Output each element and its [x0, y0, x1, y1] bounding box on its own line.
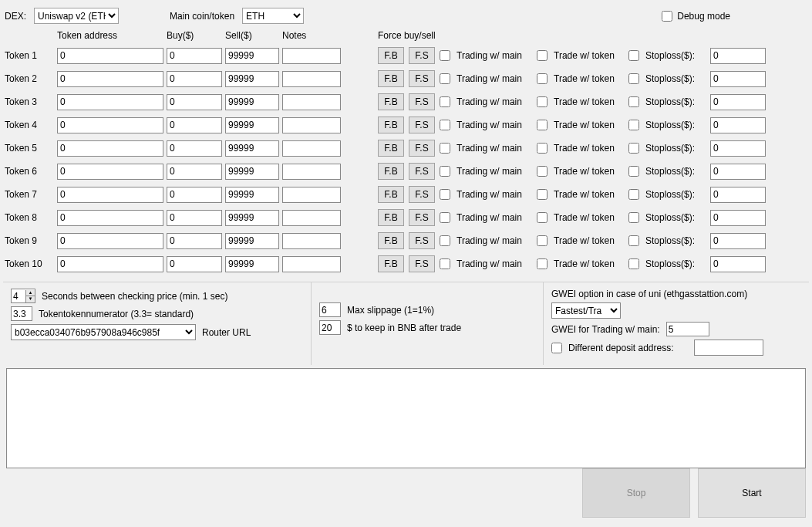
force-sell-button[interactable]: F.S: [409, 140, 435, 157]
force-sell-button[interactable]: F.S: [409, 209, 435, 226]
start-button[interactable]: Start: [698, 468, 806, 518]
buy-input[interactable]: [167, 94, 222, 110]
trade-main-checkbox[interactable]: [440, 73, 450, 84]
slippage-input[interactable]: [319, 302, 341, 317]
trade-main-checkbox[interactable]: [440, 143, 450, 154]
gwei-option-select[interactable]: Fastest/Tra: [551, 302, 621, 319]
trade-token-checkbox[interactable]: [537, 73, 548, 84]
sell-input[interactable]: [225, 233, 279, 249]
token-address-input[interactable]: [57, 210, 163, 226]
trade-main-checkbox[interactable]: [440, 96, 450, 107]
sell-input[interactable]: [225, 210, 279, 226]
stop-button[interactable]: Stop: [582, 468, 690, 518]
force-buy-button[interactable]: F.B: [378, 117, 404, 133]
sell-input[interactable]: [225, 71, 279, 87]
buy-input[interactable]: [167, 164, 222, 180]
trade-token-checkbox[interactable]: [537, 50, 548, 61]
force-buy-button[interactable]: F.B: [378, 232, 404, 249]
stoploss-input[interactable]: [710, 187, 766, 203]
force-buy-button[interactable]: F.B: [378, 47, 404, 64]
trade-token-checkbox[interactable]: [537, 120, 548, 130]
stoploss-input[interactable]: [710, 94, 766, 110]
force-sell-button[interactable]: F.S: [409, 232, 435, 249]
stoploss-input[interactable]: [710, 71, 766, 87]
spin-down-icon[interactable]: ▼: [25, 296, 35, 302]
token-address-input[interactable]: [57, 140, 163, 157]
token-address-input[interactable]: [57, 117, 163, 133]
stoploss-checkbox[interactable]: [628, 212, 639, 223]
force-buy-button[interactable]: F.B: [378, 255, 404, 272]
token-address-input[interactable]: [57, 164, 163, 180]
trade-main-checkbox[interactable]: [440, 120, 450, 130]
trade-main-checkbox[interactable]: [440, 235, 450, 246]
stoploss-checkbox[interactable]: [628, 73, 639, 84]
force-buy-button[interactable]: F.B: [378, 93, 404, 110]
token-address-input[interactable]: [57, 94, 163, 110]
trade-main-checkbox[interactable]: [440, 258, 450, 269]
force-buy-button[interactable]: F.B: [378, 70, 404, 87]
stoploss-input[interactable]: [710, 210, 766, 226]
dex-select[interactable]: Uniswap v2 (ETH): [34, 8, 119, 24]
stoploss-input[interactable]: [710, 233, 766, 249]
force-sell-button[interactable]: F.S: [409, 47, 435, 64]
force-buy-button[interactable]: F.B: [378, 140, 404, 157]
buy-input[interactable]: [167, 256, 222, 272]
token-address-input[interactable]: [57, 187, 163, 203]
stoploss-checkbox[interactable]: [628, 50, 639, 61]
buy-input[interactable]: [167, 140, 222, 157]
seconds-spinner[interactable]: ▲▼: [11, 289, 35, 303]
trade-token-checkbox[interactable]: [537, 189, 548, 200]
stoploss-input[interactable]: [710, 48, 766, 64]
stoploss-checkbox[interactable]: [628, 189, 639, 200]
stoploss-input[interactable]: [710, 256, 766, 272]
notes-input[interactable]: [282, 256, 341, 272]
sell-input[interactable]: [225, 48, 279, 64]
debug-checkbox[interactable]: [662, 11, 672, 22]
token-address-input[interactable]: [57, 48, 163, 64]
sell-input[interactable]: [225, 117, 279, 133]
stoploss-checkbox[interactable]: [628, 120, 639, 130]
sell-input[interactable]: [225, 256, 279, 272]
trade-token-checkbox[interactable]: [537, 212, 548, 223]
notes-input[interactable]: [282, 233, 341, 249]
force-buy-button[interactable]: F.B: [378, 209, 404, 226]
trade-main-checkbox[interactable]: [440, 189, 450, 200]
token-address-input[interactable]: [57, 256, 163, 272]
buy-input[interactable]: [167, 117, 222, 133]
stoploss-checkbox[interactable]: [628, 166, 639, 177]
buy-input[interactable]: [167, 210, 222, 226]
stoploss-checkbox[interactable]: [628, 235, 639, 246]
notes-input[interactable]: [282, 164, 341, 180]
trade-token-checkbox[interactable]: [537, 166, 548, 177]
force-sell-button[interactable]: F.S: [409, 93, 435, 110]
trade-token-checkbox[interactable]: [537, 258, 548, 269]
stoploss-checkbox[interactable]: [628, 258, 639, 269]
stoploss-input[interactable]: [710, 140, 766, 157]
notes-input[interactable]: [282, 140, 341, 157]
notes-input[interactable]: [282, 210, 341, 226]
notes-input[interactable]: [282, 48, 341, 64]
trade-main-checkbox[interactable]: [440, 50, 450, 61]
trade-token-checkbox[interactable]: [537, 235, 548, 246]
spin-up-icon[interactable]: ▲: [25, 290, 35, 296]
force-sell-button[interactable]: F.S: [409, 70, 435, 87]
trade-token-checkbox[interactable]: [537, 143, 548, 154]
buy-input[interactable]: [167, 71, 222, 87]
diff-deposit-input[interactable]: [694, 340, 763, 356]
trade-main-checkbox[interactable]: [440, 212, 450, 223]
diff-deposit-checkbox[interactable]: [551, 343, 562, 353]
force-sell-button[interactable]: F.S: [409, 186, 435, 203]
keep-input[interactable]: [319, 320, 341, 335]
force-sell-button[interactable]: F.S: [409, 117, 435, 133]
token-address-input[interactable]: [57, 71, 163, 87]
trade-token-checkbox[interactable]: [537, 96, 548, 107]
sell-input[interactable]: [225, 94, 279, 110]
maincoin-select[interactable]: ETH: [242, 8, 304, 24]
sell-input[interactable]: [225, 187, 279, 203]
stoploss-input[interactable]: [710, 164, 766, 180]
stoploss-checkbox[interactable]: [628, 143, 639, 154]
stoploss-checkbox[interactable]: [628, 96, 639, 107]
buy-input[interactable]: [167, 187, 222, 203]
notes-input[interactable]: [282, 71, 341, 87]
notes-input[interactable]: [282, 94, 341, 110]
